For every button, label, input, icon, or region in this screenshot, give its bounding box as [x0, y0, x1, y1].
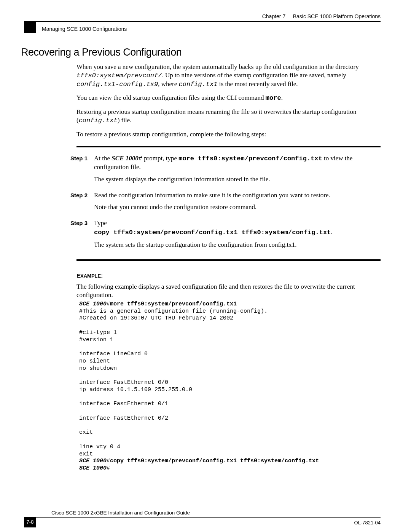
header-marker-box [24, 21, 36, 33]
chapter-title: Basic SCE 1000 Platform Operations [293, 13, 381, 19]
intro-p1: When you save a new configuration, the s… [76, 63, 381, 88]
example-code: SCE 1000#more tffs0:system/prevconf/conf… [79, 301, 381, 472]
steps-end-rule [76, 259, 381, 261]
page-number: 7-8 [24, 517, 36, 527]
step-3: Step 3 Type copy tffs0:system/prevconf/c… [70, 219, 381, 252]
intro-block: When you save a new configuration, the s… [76, 63, 381, 138]
intro-p3: Restoring a previous startup configurati… [76, 108, 381, 125]
footer-rule: 7-8 OL-7821-04 [24, 517, 381, 518]
header-right: Chapter 7 Basic SCE 1000 Platform Operat… [21, 13, 381, 19]
header-rule [24, 21, 381, 22]
page-title: Recovering a Previous Configuration [21, 46, 381, 58]
steps-block: Step 1 At the SCE 1000# prompt, type mor… [70, 154, 381, 252]
step-1-body: At the SCE 1000# prompt, type more tffs0… [94, 154, 381, 187]
step-2: Step 2 Read the configuration informatio… [70, 191, 381, 216]
section-breadcrumb: Managing SCE 1000 Configurations [42, 26, 381, 32]
step-3-label: Step 3 [70, 219, 94, 252]
step-2-body: Read the configuration information to ma… [94, 191, 381, 216]
footer: Cisco SCE 1000 2xGBE Installation and Co… [21, 510, 381, 518]
chapter-number: Chapter 7 [262, 13, 285, 19]
steps-start-rule [76, 146, 381, 147]
intro-p4: To restore a previous startup configurat… [76, 130, 381, 139]
step-2-label: Step 2 [70, 191, 94, 216]
step-1-label: Step 1 [70, 154, 94, 187]
step-3-body: Type copy tffs0:system/prevconf/config.t… [94, 219, 381, 252]
footer-title: Cisco SCE 1000 2xGBE Installation and Co… [51, 510, 381, 516]
step-1: Step 1 At the SCE 1000# prompt, type mor… [70, 154, 381, 187]
document-id: OL-7821-04 [354, 520, 381, 526]
example-intro: The following example displays a saved c… [76, 283, 381, 299]
page: Chapter 7 Basic SCE 1000 Platform Operat… [0, 0, 411, 532]
example-label: EXAMPLE: [76, 272, 381, 279]
intro-p2: You can view the old startup configurati… [76, 94, 381, 102]
